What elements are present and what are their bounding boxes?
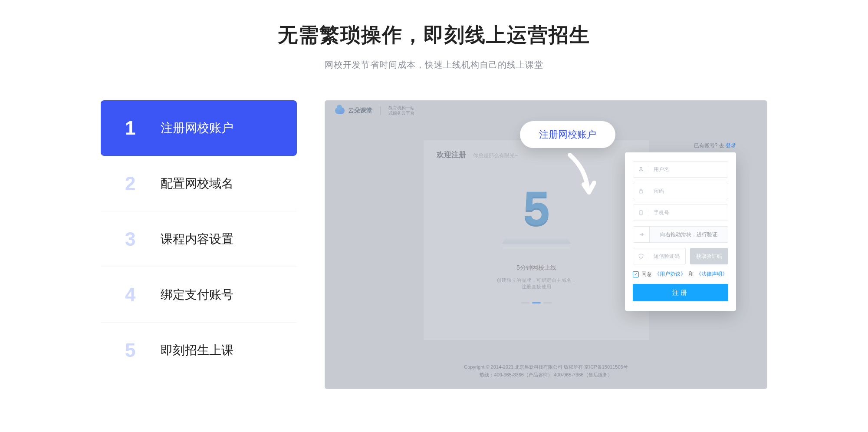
slider-handle-icon[interactable]: [633, 227, 650, 242]
get-code-button[interactable]: 获取验证码: [690, 248, 728, 264]
legal-notice-link[interactable]: 《法律声明》: [696, 270, 727, 278]
lock-icon: [638, 188, 644, 195]
user-agreement-link[interactable]: 《用户协议》: [654, 270, 686, 278]
logo-tagline: 教育机构一站式服务云平台: [388, 106, 414, 116]
step-number: 2: [125, 173, 151, 195]
shield-icon: [638, 253, 644, 260]
step-number: 5: [125, 340, 151, 361]
user-icon: [638, 166, 644, 173]
platform-graphic: [502, 237, 571, 244]
step-label: 课程内容设置: [161, 231, 233, 247]
username-placeholder: 用户名: [654, 166, 669, 173]
big-five-graphic: 5: [495, 184, 578, 232]
step-number: 3: [125, 228, 151, 250]
carousel-dots: [495, 302, 578, 303]
welcome-title: 欢迎注册: [437, 150, 466, 160]
step-5-start-enrollment[interactable]: 5 即刻招生上课: [101, 323, 297, 378]
sms-code-field[interactable]: 短信验证码: [633, 248, 686, 264]
slider-text: 向右拖动滑块，进行验证: [650, 231, 728, 238]
username-field[interactable]: 用户名: [633, 161, 728, 178]
step-number: 4: [125, 284, 151, 306]
mock-footer: Copyright © 2014-2021.北京昱新科技有限公司 版权所有 京I…: [325, 363, 767, 379]
step-label: 绑定支付账号: [161, 287, 233, 303]
register-submit-button[interactable]: 注册: [633, 284, 728, 301]
phone-field[interactable]: 手机号: [633, 204, 728, 221]
five-description: 创建独立的品牌，可绑定自主域名，注册直接使用: [495, 277, 578, 290]
register-form-card: 用户名 密码 手机号: [625, 152, 736, 311]
welcome-subtitle: 你总是那么有眼光~: [473, 152, 518, 158]
five-caption: 5分钟网校上线: [495, 264, 578, 272]
password-field[interactable]: 密码: [633, 183, 728, 199]
svg-rect-1: [639, 191, 643, 193]
phone-placeholder: 手机号: [654, 209, 669, 217]
hero-subtitle: 网校开发节省时间成本，快速上线机构自己的线上课堂: [0, 59, 868, 71]
mock-screenshot: 云朵课堂 教育机构一站式服务云平台 欢迎注册 你总是那么有眼光~ 5 5分钟网校…: [325, 100, 767, 389]
phone-icon: [638, 209, 644, 216]
logo-text: 云朵课堂: [348, 107, 372, 115]
steps-list: 1 注册网校账户 2 配置网校域名 3 课程内容设置 4 绑定支付账号 5 即刻…: [101, 100, 297, 378]
step-3-course-content[interactable]: 3 课程内容设置: [101, 211, 297, 267]
svg-point-0: [640, 167, 642, 169]
step-label: 注册网校账户: [161, 120, 233, 136]
step-number: 1: [125, 117, 151, 139]
svg-point-3: [641, 214, 641, 214]
agree-terms-row: ✓ 同意 《用户协议》 和 《法律声明》: [633, 270, 728, 278]
password-placeholder: 密码: [654, 188, 664, 195]
already-have-account: 已有账号? 去 登录: [694, 142, 736, 149]
step-4-bind-payment[interactable]: 4 绑定支付账号: [101, 267, 297, 323]
cloud-logo-icon: [335, 107, 345, 114]
step-label: 配置网校域名: [161, 175, 233, 192]
captcha-slider[interactable]: 向右拖动滑块，进行验证: [633, 226, 728, 243]
step-2-configure-domain[interactable]: 2 配置网校域名: [101, 156, 297, 211]
mock-topbar: 云朵课堂 教育机构一站式服务云平台: [325, 100, 767, 121]
agree-checkbox[interactable]: ✓: [633, 271, 639, 277]
sms-code-placeholder: 短信验证码: [654, 253, 680, 260]
welcome-card: 欢迎注册 你总是那么有眼光~ 5 5分钟网校上线 创建独立的品牌，可绑定自主域名…: [424, 140, 649, 340]
step-label: 即刻招生上课: [161, 342, 233, 359]
step-1-register-account[interactable]: 1 注册网校账户: [101, 100, 297, 156]
hero-title: 无需繁琐操作，即刻线上运营招生: [0, 22, 868, 49]
login-link[interactable]: 登录: [726, 142, 736, 148]
